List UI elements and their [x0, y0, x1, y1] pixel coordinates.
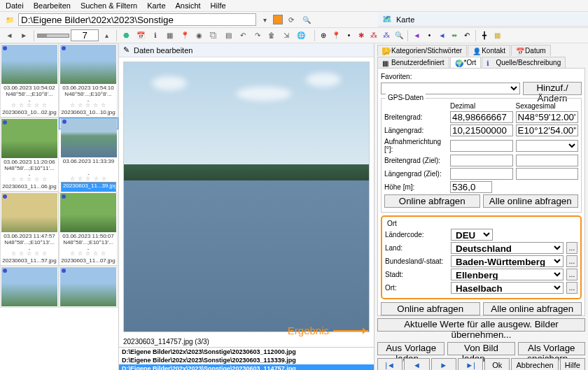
menu-search[interactable]: Suchen & Filtern: [80, 1, 137, 10]
star-icon[interactable]: ✱: [356, 30, 367, 41]
nav-prev-button[interactable]: ◄: [404, 358, 429, 370]
lon-decimal-input[interactable]: [450, 124, 513, 136]
export-icon[interactable]: ⇲: [280, 29, 293, 42]
tab-keywords[interactable]: 🔑Kategorien/Stichwörter: [377, 45, 467, 56]
zoom-value[interactable]: [71, 29, 99, 41]
menu-file[interactable]: Datei: [6, 1, 24, 10]
copy-icon[interactable]: ⿻: [207, 29, 220, 42]
menu-help[interactable]: Hilfe: [211, 1, 226, 10]
plus-icon[interactable]: ╋: [479, 30, 490, 41]
menu-edit[interactable]: Bearbeiten: [34, 1, 71, 10]
place-more-button[interactable]: ...: [566, 282, 578, 294]
menu-view[interactable]: Ansicht: [176, 1, 201, 10]
refresh-icon[interactable]: ⟳: [284, 13, 298, 26]
doc-icon[interactable]: ▤: [222, 29, 235, 42]
height-input[interactable]: [450, 181, 492, 193]
state-select[interactable]: Baden-Württemberg: [451, 255, 564, 267]
place-select[interactable]: Haselbach: [451, 282, 564, 294]
favorites-select[interactable]: [381, 83, 520, 94]
help-button[interactable]: Hilfe: [560, 358, 585, 370]
lat-sex-input[interactable]: [516, 111, 579, 123]
dropdown-icon[interactable]: ▾: [258, 13, 272, 26]
find-icon[interactable]: 🔍: [300, 13, 314, 26]
nav-last-button[interactable]: ►|: [458, 358, 483, 370]
tag-icon[interactable]: ⬣: [120, 29, 133, 42]
country-select[interactable]: Deutschland: [451, 242, 564, 254]
zoom-slider[interactable]: [37, 34, 70, 38]
rotate-left-icon[interactable]: ↶: [236, 29, 249, 42]
direction-input[interactable]: [450, 140, 513, 152]
tab-bar: 🔑Kategorien/Stichwörter 👤Kontakt 📅Datum …: [374, 43, 588, 68]
prev-purple-icon[interactable]: ◄: [411, 30, 422, 41]
rotate-right-icon[interactable]: ↷: [251, 29, 264, 42]
lat-dest-s-input[interactable]: [516, 155, 579, 166]
multi-pin-icon[interactable]: ⁂: [368, 30, 379, 41]
back-icon[interactable]: ◄: [3, 29, 16, 42]
pin-red-icon[interactable]: 📍: [330, 30, 342, 41]
file-list: D:\Eigene Bilder\202x\2023\Sonstige\2023…: [119, 347, 374, 370]
target-icon[interactable]: ⊕: [318, 30, 329, 41]
globe-icon[interactable]: 🌐: [295, 29, 308, 42]
nav-next-button[interactable]: ►: [431, 358, 456, 370]
tab-date[interactable]: 📅Datum: [511, 45, 550, 56]
ok-button[interactable]: Ok: [484, 358, 510, 370]
thumbnail[interactable]: 03.06.2023 11:33:39-☆ ☆ ☆ ☆ ☆20230603_11…: [59, 118, 118, 129]
tab-custom[interactable]: ▦Benutzerdefiniert: [377, 57, 449, 68]
pin-icon[interactable]: 📍: [178, 29, 191, 42]
tab-source[interactable]: ℹQuelle/Beschreibung: [482, 57, 566, 68]
lat-dest-d-input[interactable]: [450, 155, 513, 166]
lon-dest-d-input[interactable]: [450, 168, 513, 180]
search2-icon[interactable]: 🔍: [393, 30, 405, 41]
tab-contact[interactable]: 👤Kontakt: [468, 45, 510, 56]
loc-query-button[interactable]: Online abfragen: [381, 302, 480, 315]
dot2-icon[interactable]: •: [424, 30, 435, 41]
menu-map[interactable]: Karte: [147, 1, 165, 10]
favorites-add-button[interactable]: Hinzuf./Ändern: [523, 82, 582, 95]
prev-blue-icon[interactable]: ◄: [436, 30, 447, 41]
dot-icon[interactable]: •: [343, 30, 354, 41]
thumbnail[interactable]: 03.06.2023 11:47:57N48°58'...;E10°13'...…: [0, 192, 59, 266]
layers-icon[interactable]: ▦: [163, 29, 176, 42]
preview-panel: ✎ Daten bearbeiten Ergebnis 20230603_114…: [119, 43, 374, 370]
loc-query-all-button[interactable]: Alle online abfragen: [483, 302, 582, 315]
trash-icon[interactable]: 🗑: [265, 29, 279, 42]
file-list-item[interactable]: D:\Eigene Bilder\202x\2023\Sonstige\2023…: [119, 348, 374, 356]
file-list-item[interactable]: D:\Eigene Bilder\202x\2023\Sonstige\2023…: [119, 356, 374, 364]
country-more-button[interactable]: ...: [566, 242, 578, 254]
apply-all-button[interactable]: Aktuelle Werte für alle ausgew. Bilder ü…: [377, 318, 585, 332]
fwd-icon[interactable]: ►: [18, 29, 31, 42]
lat-decimal-input[interactable]: [450, 111, 513, 123]
marker-icon[interactable]: ◉: [192, 29, 206, 42]
city-more-button[interactable]: ...: [566, 269, 578, 280]
lon-sex-input[interactable]: [516, 124, 579, 136]
calendar-icon[interactable]: 📅: [134, 29, 148, 42]
load-from-image-button[interactable]: Von Bild laden......: [447, 342, 514, 355]
grid-icon[interactable]: ▦: [491, 30, 503, 41]
load-template-button[interactable]: Aus Vorlage laden...: [377, 342, 444, 355]
save-template-button[interactable]: Als Vorlage speichern...: [518, 342, 585, 355]
orange-marker[interactable]: [273, 15, 283, 24]
folder-icon[interactable]: 📁: [3, 13, 17, 26]
nav-first-button[interactable]: |◄: [377, 358, 402, 370]
country-code-select[interactable]: DEU: [451, 229, 493, 241]
tab-location[interactable]: 🌍*Ort: [450, 57, 482, 68]
cancel-button[interactable]: Abbrechen: [511, 358, 558, 370]
thumbnail[interactable]: 03.06.2023 10:54:02N48°58'...;E10°8'...-…: [0, 43, 59, 118]
undo2-icon[interactable]: ↶: [461, 30, 472, 41]
gps-query-button[interactable]: Online abfragen: [384, 194, 480, 208]
spin-up-icon[interactable]: ▴: [100, 29, 113, 42]
city-select[interactable]: Ellenberg: [451, 269, 564, 280]
direction-select[interactable]: [516, 140, 579, 152]
thumbnail[interactable]: 03.06.2023 11:20:06N48°58'...;E10°11'...…: [0, 118, 59, 192]
edit-data-header: ✎ Daten bearbeiten: [119, 43, 374, 57]
file-list-item[interactable]: D:\Eigene Bilder\202x\2023\Sonstige\2023…: [119, 364, 374, 370]
lon-dest-s-input[interactable]: [516, 168, 579, 180]
state-more-button[interactable]: ...: [566, 255, 578, 267]
info-icon[interactable]: ℹ: [149, 29, 162, 42]
path-input[interactable]: [18, 13, 256, 26]
thumbnail[interactable]: 03.06.2023 10:54:10N48°58'...;E10°8'...-…: [59, 43, 118, 118]
gps-query-all-button[interactable]: Alle online abfragen: [483, 194, 579, 208]
link-icon[interactable]: ⬌: [449, 30, 460, 41]
thumbnail[interactable]: 03.06.2023 11:50:07N48°58'...;E10°13'...…: [59, 192, 118, 266]
multi-pin2-icon[interactable]: ⁂: [381, 30, 392, 41]
